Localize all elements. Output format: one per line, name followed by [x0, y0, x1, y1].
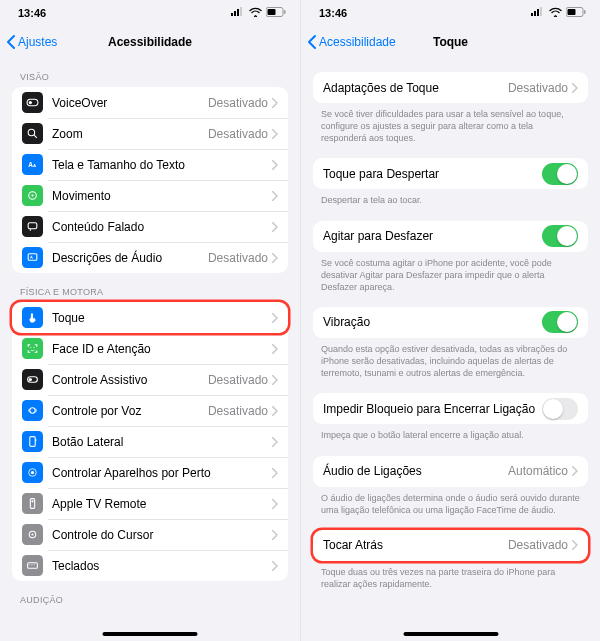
- touch-icon: [22, 307, 43, 328]
- voiceover-icon: [22, 92, 43, 113]
- chevron-icon: [272, 222, 278, 232]
- row-value: Desativado: [508, 538, 568, 552]
- zoom-icon: [22, 123, 43, 144]
- row-zoom[interactable]: Zoom Desativado: [12, 118, 288, 149]
- chevron-icon: [272, 313, 278, 323]
- row-label: Toque: [52, 311, 272, 325]
- back-button[interactable]: Acessibilidade: [307, 34, 396, 50]
- svg-rect-33: [531, 13, 533, 16]
- svg-point-8: [29, 101, 32, 104]
- svg-rect-31: [31, 564, 32, 565]
- chevron-icon: [272, 191, 278, 201]
- svg-point-17: [34, 347, 35, 348]
- chevron-icon: [572, 83, 578, 93]
- svg-rect-34: [534, 11, 536, 16]
- row-label: Apple TV Remote: [52, 497, 272, 511]
- row-value: Automático: [508, 464, 568, 478]
- row-label: Adaptações de Toque: [323, 81, 508, 95]
- row-voice[interactable]: Controle por Voz Desativado: [12, 395, 288, 426]
- svg-point-16: [30, 347, 31, 348]
- row-motion[interactable]: Movimento: [12, 180, 288, 211]
- chevron-icon: [272, 468, 278, 478]
- svg-rect-21: [30, 437, 35, 447]
- back-button[interactable]: Ajustes: [6, 34, 57, 50]
- row-label: Vibração: [323, 315, 542, 329]
- home-indicator[interactable]: [403, 632, 498, 636]
- row-label: Áudio de Ligações: [323, 464, 508, 478]
- row-label: Controle Assistivo: [52, 373, 208, 387]
- audio-desc-icon: [22, 247, 43, 268]
- row-prevent-lock-end[interactable]: Impedir Bloqueio para Encerrar Ligação: [313, 393, 588, 424]
- row-label: Agitar para Desfazer: [323, 229, 542, 243]
- row-nearby[interactable]: Controlar Aparelhos por Perto: [12, 457, 288, 488]
- toggle-vibration[interactable]: [542, 311, 578, 333]
- row-faceid[interactable]: Face ID e Atenção: [12, 333, 288, 364]
- svg-text:A: A: [33, 163, 37, 168]
- footer-callaudio: O áudio de ligações determina onde o áud…: [313, 487, 588, 516]
- page-title: Toque: [433, 35, 468, 49]
- toggle-shake-undo[interactable]: [542, 225, 578, 247]
- faceid-icon: [22, 338, 43, 359]
- footer-lockend: Impeça que o botão lateral encerre a lig…: [313, 424, 588, 441]
- svg-rect-5: [268, 9, 276, 15]
- row-audiodesc[interactable]: Descrições de Áudio Desativado: [12, 242, 288, 273]
- svg-point-23: [31, 471, 34, 474]
- chevron-icon: [272, 561, 278, 571]
- row-back-tap[interactable]: Tocar Atrás Desativado: [313, 530, 588, 561]
- chevron-icon: [272, 344, 278, 354]
- svg-rect-29: [28, 563, 38, 568]
- group-vision: VoiceOver Desativado Zoom Desativado AA …: [12, 87, 288, 273]
- wifi-icon: [249, 7, 262, 19]
- row-touch[interactable]: Toque: [12, 302, 288, 333]
- nav-header: Acessibilidade Toque: [301, 26, 600, 58]
- row-switch[interactable]: Controle Assistivo Desativado: [12, 364, 288, 395]
- footer-tapwake: Despertar a tela ao tocar.: [313, 189, 588, 206]
- row-value: Desativado: [208, 404, 268, 418]
- row-call-audio[interactable]: Áudio de Ligações Automático: [313, 456, 588, 487]
- nav-header: Ajustes Acessibilidade: [0, 26, 300, 58]
- row-touch-accommodations[interactable]: Adaptações de Toque Desativado: [313, 72, 588, 103]
- svg-rect-38: [568, 9, 576, 15]
- row-voiceover[interactable]: VoiceOver Desativado: [12, 87, 288, 118]
- row-label: Zoom: [52, 127, 208, 141]
- phone-right: 13:46 Acessibilidade Toque Adaptações de…: [300, 0, 600, 641]
- row-label: Controle por Voz: [52, 404, 208, 418]
- battery-icon: [266, 7, 286, 19]
- row-label: Tocar Atrás: [323, 538, 508, 552]
- toggle-tap-to-wake[interactable]: [542, 163, 578, 185]
- row-touch-highlight: Toque: [12, 302, 288, 333]
- row-keyboards[interactable]: Teclados: [12, 550, 288, 581]
- toggle-prevent-lock-end[interactable]: [542, 398, 578, 420]
- row-appletv[interactable]: Apple TV Remote: [12, 488, 288, 519]
- row-sidebtn[interactable]: Botão Lateral: [12, 426, 288, 457]
- svg-point-19: [29, 378, 32, 381]
- section-header-vision: VISÃO: [12, 58, 288, 87]
- row-label: Face ID e Atenção: [52, 342, 272, 356]
- nearby-icon: [22, 462, 43, 483]
- row-value: Desativado: [508, 81, 568, 95]
- svg-rect-3: [240, 7, 242, 16]
- row-shake-undo[interactable]: Agitar para Desfazer: [313, 221, 588, 252]
- group-vibration: Vibração: [313, 307, 588, 338]
- wifi-icon: [549, 7, 562, 19]
- section-header-hearing: AUDIÇÃO: [12, 581, 288, 610]
- row-pointer[interactable]: Controle do Cursor: [12, 519, 288, 550]
- chevron-icon: [272, 437, 278, 447]
- row-label: Conteúdo Falado: [52, 220, 272, 234]
- row-vibration[interactable]: Vibração: [313, 307, 588, 338]
- row-label: Toque para Despertar: [323, 167, 542, 181]
- row-label: Movimento: [52, 189, 272, 203]
- home-indicator[interactable]: [103, 632, 198, 636]
- pointer-icon: [22, 524, 43, 545]
- svg-rect-36: [540, 7, 542, 16]
- row-value: Desativado: [208, 96, 268, 110]
- row-spoken[interactable]: Conteúdo Falado: [12, 211, 288, 242]
- group-motor-rest: Face ID e Atenção Controle Assistivo Des…: [12, 333, 288, 581]
- svg-rect-25: [30, 499, 34, 509]
- status-indicators: [231, 7, 286, 19]
- svg-rect-30: [29, 564, 30, 565]
- content-scroll[interactable]: Adaptações de Toque Desativado Se você t…: [301, 58, 600, 641]
- row-display[interactable]: AA Tela e Tamanho do Texto: [12, 149, 288, 180]
- row-tap-to-wake[interactable]: Toque para Despertar: [313, 158, 588, 189]
- content-scroll[interactable]: VISÃO VoiceOver Desativado Zoom Desativa…: [0, 58, 300, 641]
